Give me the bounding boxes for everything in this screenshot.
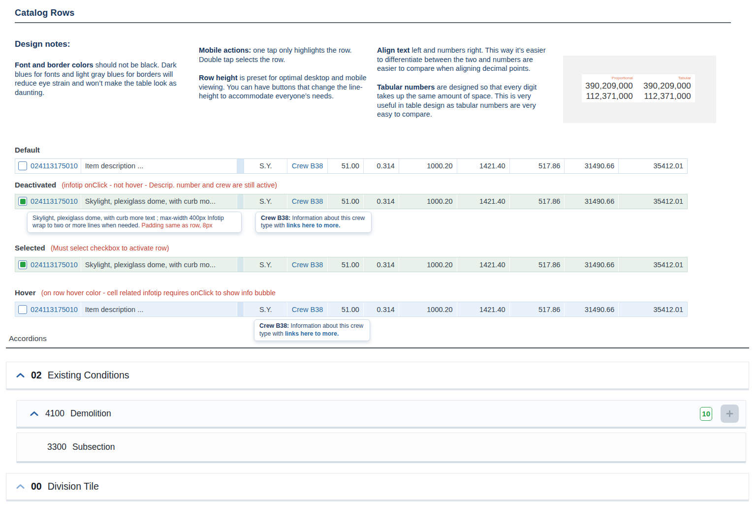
value-cell: 517.86 [509, 194, 565, 209]
value-cell: 1421.40 [457, 159, 509, 173]
state-section-deactivated: Deactivated (infotip onClick - not hover… [15, 181, 731, 233]
item-description-cell: Skylight, plexiglass dome, with curb mo.… [81, 257, 237, 272]
checkbox-fill [20, 199, 26, 204]
row-select-cell: 024113175010 [15, 159, 81, 173]
note-lead: Font and border colors [15, 61, 94, 69]
proportional-label: Proportional [582, 76, 633, 81]
catalog-row[interactable]: 024113175010Skylight, plexiglass dome, w… [15, 194, 688, 209]
design-notes: Design notes: Font and border colors sho… [15, 39, 731, 128]
value-cell: 35412.01 [618, 302, 687, 316]
accordion-label: Subsection [72, 442, 115, 452]
add-button[interactable] [721, 405, 739, 423]
row-select-cell: 024113175010 [15, 257, 81, 272]
item-number-link[interactable]: 024113175010 [31, 162, 81, 170]
unit-cell: S.Y. [244, 257, 287, 272]
accordion-list: 02Existing Conditions4100Demolition10330… [6, 362, 749, 501]
item-description-cell: Skylight, plexiglass dome, with curb mo.… [81, 194, 237, 209]
state-section-selected: Selected (Must select checkbox to activa… [15, 244, 731, 272]
note-align-text: Align text left and numbers right. This … [377, 46, 550, 73]
item-number-link[interactable]: 024113175010 [31, 306, 81, 313]
note-mobile-actions: Mobile actions: one tap only highlights … [199, 46, 370, 64]
item-description-cell: Item description ... [81, 302, 237, 316]
description-infotip: Skylight, plexiglass dome, with curb mor… [27, 212, 242, 233]
state-label: Deactivated [15, 181, 56, 189]
item-number-link[interactable]: 024113175010 [31, 197, 81, 205]
chevron-up-icon[interactable] [16, 373, 25, 378]
chevron-up-icon[interactable] [30, 411, 38, 416]
value-cell: 0.314 [363, 194, 399, 209]
row-checkbox[interactable] [18, 305, 27, 314]
state-label: Selected [15, 244, 45, 252]
catalog-row[interactable]: 024113175010Item description ...S.Y.Crew… [15, 158, 688, 174]
crew-link[interactable]: Crew B38 [292, 197, 323, 205]
row-select-cell: 024113175010 [15, 302, 81, 316]
state-section-default: Default 024113175010Item description ...… [15, 146, 731, 174]
state-section-hover: Hover (on row hover color - cell related… [15, 288, 731, 341]
design-notes-col3: Align text left and numbers right. This … [377, 39, 550, 128]
accordion-item-02[interactable]: 02Existing Conditions [6, 362, 749, 390]
accordion-code: 00 [31, 481, 42, 492]
accordions-section: Accordions 02Existing Conditions4100Demo… [6, 334, 749, 501]
infotip-row: Skylight, plexiglass dome, with curb mor… [15, 212, 731, 233]
value-cell: 0.314 [363, 257, 399, 272]
state-label: Hover [15, 288, 36, 297]
value-cell: 1000.20 [399, 194, 457, 209]
item-description-cell: Item description ... [81, 159, 237, 173]
value-cell: 1000.20 [399, 257, 457, 272]
value-cell: 517.86 [509, 257, 565, 272]
accordion-label: Existing Conditions [48, 370, 129, 381]
value-cell: 31490.66 [564, 194, 618, 209]
tabular-label: Tabular [633, 76, 691, 81]
note-lead: Tabular numbers [377, 83, 435, 91]
catalog-row[interactable]: 024113175010Item description ...S.Y.Crew… [15, 302, 688, 317]
value-cell: 31490.66 [564, 302, 618, 316]
accordion-code: 3300 [47, 442, 66, 452]
proportional-number: 390,209,000 [582, 81, 633, 91]
proportional-number: 112,371,000 [582, 91, 633, 101]
crew-link[interactable]: Crew B38 [292, 261, 323, 269]
value-cell: 517.86 [509, 159, 565, 173]
value-cell: 517.86 [509, 302, 565, 316]
count-badge: 10 [700, 407, 712, 421]
value-cell: 51.00 [327, 302, 363, 316]
row-checkbox[interactable] [18, 197, 27, 206]
value-cell: 51.00 [327, 257, 363, 272]
note-tabular-numbers: Tabular numbers are designed so that eve… [377, 83, 550, 119]
crew-cell: Crew B38 [287, 257, 327, 272]
item-number-link[interactable]: 024113175010 [31, 261, 81, 269]
row-separator-cell [237, 257, 244, 272]
value-cell: 1000.20 [399, 159, 457, 173]
value-cell: 35412.01 [618, 257, 687, 272]
row-checkbox[interactable] [18, 161, 27, 170]
note-lead: Mobile actions: [199, 46, 251, 54]
crew-cell: Crew B38 [287, 159, 327, 173]
numbers-demo-card: Proportional Tabular 390,209,000 390,209… [582, 74, 695, 102]
accordion-item-3300[interactable]: 3300Subsection [16, 433, 746, 463]
value-cell: 1421.40 [457, 302, 509, 316]
crew-link[interactable]: Crew B38 [292, 306, 323, 313]
value-cell: 1000.20 [399, 302, 457, 316]
accordions-divider [6, 347, 749, 348]
chevron-up-icon[interactable] [16, 484, 25, 489]
value-cell: 51.00 [327, 159, 363, 173]
value-cell: 35412.01 [618, 194, 687, 209]
note-font-border-colors: Font and border colors should not be bla… [15, 61, 185, 97]
crew-more-link[interactable]: links here to more. [286, 222, 340, 229]
accordion-label: Demolition [70, 408, 111, 419]
accordion-label: Division Tile [48, 481, 99, 492]
accordion-item-4100[interactable]: 4100Demolition10 [16, 400, 746, 429]
state-label: Default [15, 146, 40, 154]
row-separator-cell [237, 159, 244, 173]
value-cell: 35412.01 [618, 159, 687, 173]
tabular-number: 390,209,000 [633, 81, 691, 91]
catalog-row[interactable]: 024113175010Skylight, plexiglass dome, w… [15, 257, 688, 272]
unit-cell: S.Y. [244, 194, 287, 209]
accordion-code: 4100 [45, 408, 64, 419]
row-checkbox[interactable] [18, 260, 27, 269]
accordion-item-00[interactable]: 00Division Tile [6, 473, 749, 501]
value-cell: 1421.40 [457, 194, 509, 209]
state-note: (Must select checkbox to activate row) [51, 244, 169, 252]
crew-link[interactable]: Crew B38 [292, 162, 323, 170]
value-cell: 0.314 [363, 159, 399, 173]
unit-cell: S.Y. [244, 302, 287, 316]
